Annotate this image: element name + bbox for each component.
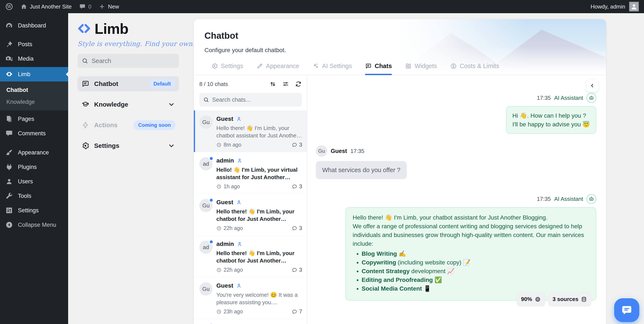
avatar-wrap: Gu	[199, 199, 212, 232]
person-icon	[237, 158, 242, 163]
sidebar-item-comments[interactable]: Comments	[0, 126, 68, 141]
collapse-panel-button[interactable]	[586, 79, 598, 92]
chat-preview: Hello there! 👋 I'm Limb, your chatbot fo…	[216, 250, 302, 265]
service-name: Blog Writing	[362, 250, 397, 257]
lightning-icon	[81, 121, 90, 129]
plus-icon	[98, 3, 106, 10]
chat-time: 22h ago	[224, 267, 243, 273]
tab-costs-limits[interactable]: Costs & Limits	[450, 62, 499, 75]
sidebar-item-appearance[interactable]: Appearance	[0, 145, 68, 160]
tab-settings[interactable]: Settings	[211, 62, 243, 75]
svg-text:W: W	[7, 4, 12, 9]
filter-icon[interactable]	[282, 81, 289, 87]
chat-list-panel: 8 / 10 chats Gu Guest Hello there!	[194, 75, 307, 324]
sidebar-item-media[interactable]: Media	[0, 51, 68, 66]
chat-items-list: Gu Guest Hello there! 👋 I'm Limb, your c…	[194, 110, 307, 324]
pencil-icon	[256, 63, 263, 69]
clock-icon	[216, 142, 222, 147]
chat-search-input[interactable]	[212, 97, 298, 103]
chat-time: 23h ago	[224, 309, 243, 315]
limb-search-box	[78, 54, 179, 68]
chat-preview: Hello there! 👋 I'm Limb, your chatbot fo…	[216, 208, 302, 223]
person-icon	[236, 283, 242, 289]
chat-list-item[interactable]: Gu Guest You're very welcome! 😊 It was a…	[194, 277, 307, 319]
target-icon	[535, 296, 541, 302]
chat-list-item[interactable]: ad admin Hello there! 👋 I'm Limb, your c…	[194, 236, 307, 277]
limb-menu-chatbot[interactable]: Chatbot Default	[78, 76, 179, 91]
sidebar-item-label: Users	[18, 178, 33, 185]
sidebar-item-dashboard[interactable]: Dashboard	[0, 18, 68, 33]
limb-menu-settings[interactable]: Settings	[78, 138, 179, 153]
plug-icon	[5, 163, 13, 171]
avatar[interactable]	[629, 2, 639, 11]
robot-icon	[588, 95, 594, 101]
unread-dot	[209, 323, 214, 324]
howdy-account-link[interactable]: Howdy, admin	[590, 3, 625, 10]
sidebar-item-label: Plugins	[18, 164, 37, 170]
sidebar-item-settings[interactable]: Settings	[0, 203, 68, 218]
tab-chats[interactable]: Chats	[365, 62, 392, 75]
person-icon	[237, 241, 242, 247]
sources-badge[interactable]: 3 sources	[548, 292, 591, 306]
site-name-link[interactable]: Just Another Site	[20, 3, 72, 10]
sidebar-item-users[interactable]: Users	[0, 174, 68, 189]
submenu-item-chatbot[interactable]: Chatbot	[0, 84, 68, 96]
ai-message-bubble: Hello there! 👋 I'm Limb, your chatbot as…	[346, 207, 596, 301]
comment-bubble-icon	[79, 3, 86, 10]
avatar-wrap: ad	[199, 241, 212, 273]
chat-preview: Hello there! 👋 I'm Limb, your chatbot as…	[216, 124, 302, 139]
user-silhouette-icon	[630, 2, 638, 11]
confidence-badge[interactable]: 90%	[517, 292, 545, 306]
message-badges: 90% 3 sources	[517, 292, 591, 306]
tab-bar: Settings Appearance AI Settings Chats Wi…	[194, 62, 606, 75]
sidebar-item-label: Limb	[18, 71, 30, 78]
sidebar-item-label: Posts	[18, 41, 32, 48]
service-detail: 📱	[422, 285, 431, 292]
service-detail: (including website copy) 📝	[396, 259, 470, 266]
tab-label: Settings	[221, 62, 243, 69]
pages-icon	[5, 115, 13, 123]
search-icon	[82, 58, 88, 64]
limb-search-input[interactable]	[92, 57, 175, 64]
service-detail: development 📈	[410, 268, 455, 275]
chat-list-item[interactable]: Gu Guest Hello there! 👋 I'm Limb, your c…	[194, 110, 307, 152]
new-content-menu[interactable]: New	[98, 3, 119, 10]
ai-avatar	[586, 93, 596, 103]
service-name: Editing and Proofreading	[362, 277, 433, 283]
replies-count: 7	[299, 308, 302, 315]
chat-name: Guest	[216, 282, 233, 289]
search-icon	[203, 97, 209, 103]
chat-name: admin	[216, 241, 234, 247]
chat-list-item[interactable]: Gu Guest Hello there! 👋 I'm Limb, your c…	[194, 194, 307, 236]
refresh-icon[interactable]	[295, 81, 302, 87]
sidebar-item-limb[interactable]: Limb	[0, 67, 68, 81]
pin-icon	[5, 40, 13, 48]
chat-name: Guest	[216, 115, 233, 122]
submenu-item-label: Knowledge	[6, 99, 35, 105]
clock-icon	[216, 226, 222, 231]
sidebar-item-posts[interactable]: Posts	[0, 37, 68, 51]
submenu-item-knowledge[interactable]: Knowledge	[0, 96, 68, 108]
wp-logo-menu[interactable]: W	[5, 2, 13, 11]
replies-count: 3	[299, 267, 302, 273]
ai-avatar	[586, 194, 596, 204]
collapse-arrow-icon	[5, 221, 13, 229]
chat-list-item[interactable]: ad admin Hello! 👋 I'm Limb, your virtual…	[194, 152, 307, 194]
tab-ai-settings[interactable]: AI Settings	[312, 62, 352, 75]
sidebar-item-pages[interactable]: Pages	[0, 112, 68, 126]
sidebar-item-plugins[interactable]: Plugins	[0, 160, 68, 174]
chat-list-item[interactable]: Gu Guest You're most welcome! 😊 Is there…	[194, 319, 307, 324]
message-sender: AI Assistant	[554, 196, 583, 202]
tab-widgets[interactable]: Widgets	[405, 62, 437, 75]
sidebar-item-tools[interactable]: Tools	[0, 189, 68, 203]
limb-menu-actions: Actions Coming soon	[78, 118, 179, 133]
collapse-menu-button[interactable]: Collapse Menu	[0, 218, 68, 232]
sort-icon[interactable]	[270, 81, 276, 87]
sidebar-item-label: Media	[18, 55, 34, 62]
comments-shortcut[interactable]: 0	[79, 3, 91, 10]
message-line: Hi 👋. How can I help you ?	[512, 111, 590, 120]
limb-menu-knowledge[interactable]: Knowledge	[78, 97, 179, 112]
graduation-cap-icon	[81, 100, 90, 108]
tab-appearance[interactable]: Appearance	[256, 62, 299, 75]
chat-widget-launcher[interactable]	[614, 298, 639, 322]
